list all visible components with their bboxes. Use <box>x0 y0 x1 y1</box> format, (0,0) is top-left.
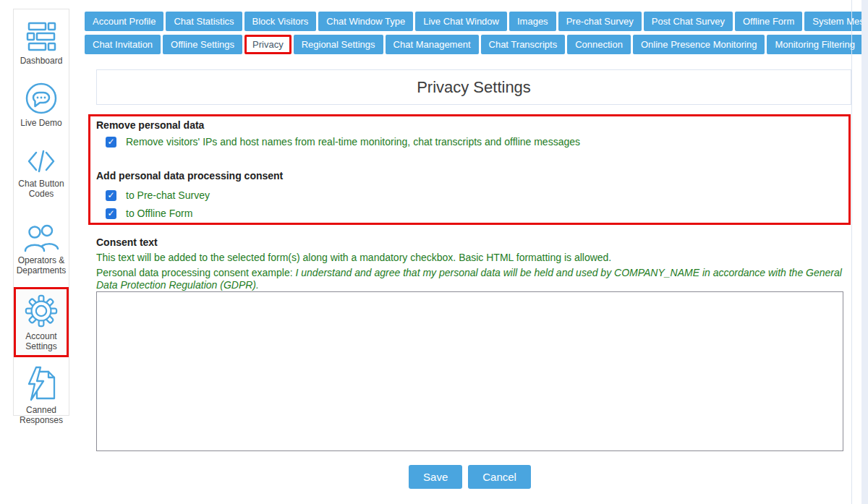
tab-post-chat-survey[interactable]: Post Chat Survey <box>644 12 733 31</box>
page-title: Privacy Settings <box>417 78 531 97</box>
gear-icon <box>24 294 59 328</box>
tab-online-presence-monitoring[interactable]: Online Presence Monitoring <box>633 35 765 54</box>
sidebar-item-live-demo[interactable]: Live Demo <box>14 82 69 128</box>
sidebar-item-account-settings[interactable]: Account Settings <box>14 287 69 357</box>
chat-bubble-icon <box>25 82 58 115</box>
remove-ips-checkbox-row[interactable]: ✓ Remove visitors' IPs and host names fr… <box>106 136 848 148</box>
processing-consent-heading: Add personal data processing consent <box>96 168 848 183</box>
remove-personal-data-heading: Remove personal data <box>96 118 848 132</box>
save-button[interactable]: Save <box>409 465 462 489</box>
consent-text-section: Consent text This text will be added to … <box>96 235 845 291</box>
sidebar: Dashboard Live Demo Chat Button Codes Op… <box>13 9 69 416</box>
consent-text-example: Personal data processing consent example… <box>96 267 845 291</box>
people-icon <box>23 222 59 252</box>
pre-chat-survey-checkbox[interactable]: ✓ <box>106 190 116 201</box>
offline-form-checkbox-row[interactable]: ✓ to Offline Form <box>106 208 848 219</box>
consent-text-description: This text will be added to the selected … <box>96 252 845 263</box>
tab-chat-management[interactable]: Chat Management <box>386 35 479 54</box>
tab-account-profile[interactable]: Account Profile <box>85 12 163 31</box>
sidebar-item-label: Dashboard <box>19 56 64 66</box>
remove-ips-checkbox[interactable]: ✓ <box>106 137 116 148</box>
sidebar-item-label: Account Settings <box>16 331 67 351</box>
sidebar-item-canned-responses[interactable]: Canned Responses <box>14 366 69 425</box>
tab-row-1: Account Profile Chat Statistics Block Vi… <box>85 12 837 31</box>
lightning-document-icon <box>25 366 58 402</box>
tab-pre-chat-survey[interactable]: Pre-chat Survey <box>558 12 642 31</box>
tab-chat-window-type[interactable]: Chat Window Type <box>318 12 413 31</box>
pre-chat-survey-checkbox-label: to Pre-chat Survey <box>126 189 210 201</box>
tab-connection[interactable]: Connection <box>567 35 631 54</box>
action-buttons: Save Cancel <box>96 465 843 489</box>
tab-privacy[interactable]: Privacy <box>244 35 292 54</box>
tab-block-visitors[interactable]: Block Visitors <box>244 12 317 31</box>
consent-text-input[interactable] <box>96 291 843 451</box>
sidebar-item-label: Live Demo <box>19 118 63 128</box>
title-panel: Privacy Settings <box>96 69 851 105</box>
consent-text-heading: Consent text <box>96 235 845 249</box>
tab-row-2: Chat Invitation Offline Settings Privacy… <box>85 35 837 54</box>
tab-chat-transcripts[interactable]: Chat Transcripts <box>481 35 566 54</box>
remove-ips-checkbox-label: Remove visitors' IPs and host names from… <box>126 136 580 148</box>
sidebar-item-operators-departments[interactable]: Operators & Departments <box>14 222 69 276</box>
sidebar-item-chat-button-codes[interactable]: Chat Button Codes <box>14 147 69 199</box>
tab-regional-settings[interactable]: Regional Settings <box>294 35 383 54</box>
tab-chat-invitation[interactable]: Chat Invitation <box>85 35 161 54</box>
privacy-options-annotation-box: Remove personal data ✓ Remove visitors' … <box>88 114 851 225</box>
tab-offline-form[interactable]: Offline Form <box>735 12 802 31</box>
sidebar-item-label: Chat Button Codes <box>14 179 69 199</box>
content-right-border <box>851 0 852 504</box>
page-right-strip <box>861 0 868 504</box>
tab-chat-statistics[interactable]: Chat Statistics <box>166 12 242 31</box>
settings-tab-bar: Account Profile Chat Statistics Block Vi… <box>85 12 837 58</box>
sidebar-item-label: Canned Responses <box>14 405 69 425</box>
tab-offline-settings[interactable]: Offline Settings <box>163 35 242 54</box>
tab-monitoring-filtering[interactable]: Monitoring Filtering <box>767 35 863 54</box>
pre-chat-survey-checkbox-row[interactable]: ✓ to Pre-chat Survey <box>106 189 848 201</box>
tab-live-chat-window[interactable]: Live Chat Window <box>415 12 507 31</box>
cancel-button[interactable]: Cancel <box>468 465 531 489</box>
sidebar-item-dashboard[interactable]: Dashboard <box>14 21 69 66</box>
sidebar-item-label: Operators & Departments <box>14 255 69 276</box>
tab-system-messages[interactable]: System Messages <box>804 12 868 31</box>
offline-form-checkbox-label: to Offline Form <box>126 208 192 219</box>
offline-form-checkbox[interactable]: ✓ <box>106 208 116 219</box>
consent-example-prefix: Personal data processing consent example… <box>96 267 296 278</box>
dashboard-icon <box>25 21 58 53</box>
code-icon <box>25 147 57 176</box>
tab-images[interactable]: Images <box>509 12 556 31</box>
